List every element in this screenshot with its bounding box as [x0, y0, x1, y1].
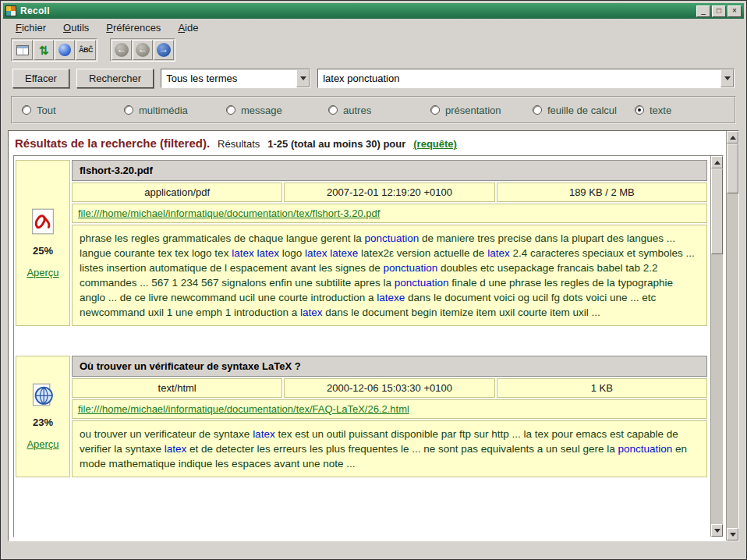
- result-mime: application/pdf: [72, 183, 282, 202]
- scroll-down-icon: [730, 533, 736, 537]
- search-sphere-button[interactable]: [55, 40, 75, 60]
- search-icon: [58, 44, 71, 56]
- menu-fichier[interactable]: Fichier: [8, 19, 54, 36]
- radio-icon: [226, 105, 235, 115]
- search-mode-select[interactable]: Tous les termes: [161, 69, 310, 88]
- result-url-link[interactable]: file:///home/michael/informatique/docume…: [78, 403, 409, 415]
- menu-aide-rest: ide: [185, 22, 198, 34]
- menu-aide[interactable]: Aide: [170, 19, 206, 36]
- results-count-prefix: Résultats: [218, 138, 260, 150]
- scroll-up-button[interactable]: [727, 131, 738, 144]
- scroll-up-icon: [730, 136, 736, 140]
- clear-result-table-button[interactable]: [12, 40, 33, 60]
- scrollbar-thumb[interactable]: [727, 144, 738, 193]
- result-meta-row: text/html 2000-12-06 15:03:30 +0100 1 KB: [72, 378, 707, 398]
- menu-outils-rest: utils: [71, 22, 89, 34]
- update-index-button[interactable]: ⇅: [34, 40, 54, 60]
- toolbar-group-main: ⇅ ÂBĈ: [11, 38, 97, 62]
- chevron-down-icon: [724, 76, 731, 80]
- arrow-right-icon: →: [157, 43, 171, 57]
- filter-label: Tout: [37, 105, 56, 116]
- scroll-down-button[interactable]: [727, 528, 738, 541]
- query-history-dropdown-button[interactable]: [720, 69, 734, 87]
- chevron-down-icon: [300, 76, 306, 80]
- scrollbar-thumb[interactable]: [711, 168, 723, 254]
- term-explorer-icon: ÂBĈ: [79, 46, 93, 54]
- update-index-icon: ⇅: [39, 44, 49, 56]
- status-bar: [3, 541, 744, 557]
- filter-label: présentation: [445, 105, 501, 116]
- result-url-row: file:///home/michael/informatique/docume…: [72, 204, 707, 223]
- filter-feuille-de-calcul[interactable]: feuille de calcul: [533, 105, 635, 116]
- results-list-scrollbar: [710, 156, 723, 537]
- results-list: 25% Aperçu flshort-3.20.pdf application/…: [13, 155, 724, 537]
- radio-icon: [328, 105, 338, 115]
- next-page-button[interactable]: →: [154, 40, 174, 60]
- search-button[interactable]: Rechercher: [76, 69, 154, 88]
- results-area: Résultats de la recherche (filtered). Ré…: [8, 130, 739, 541]
- result-snippet: phrase les regles grammaticales de chaqu…: [72, 225, 707, 326]
- minimize-button[interactable]: _: [696, 5, 710, 17]
- filter-label: multimédia: [139, 105, 188, 116]
- result-entry: 23% Aperçu Où trouver un vérificateur de…: [16, 356, 707, 477]
- filter-presentation[interactable]: présentation: [430, 105, 533, 116]
- titlebar[interactable]: Recoll _ □ ×: [3, 3, 744, 19]
- arrow-left-icon: ←: [115, 43, 129, 57]
- filter-multimedia[interactable]: multimédia: [124, 105, 226, 116]
- scrollbar-track[interactable]: [727, 144, 738, 528]
- menu-fichier-rest: ichier: [22, 22, 46, 34]
- first-page-button[interactable]: ←: [112, 40, 132, 60]
- results-title: Résultats de la recherche (filtered).: [15, 136, 210, 150]
- radio-icon: [22, 105, 31, 115]
- menu-outils[interactable]: Outils: [55, 19, 97, 36]
- maximize-button[interactable]: □: [712, 5, 726, 17]
- result-entry-detail: flshort-3.20.pdf application/pdf 2007-12…: [72, 160, 707, 326]
- scroll-down-button[interactable]: [711, 524, 723, 537]
- scrollbar-track[interactable]: [711, 168, 723, 524]
- results-entries: 25% Aperçu flshort-3.20.pdf application/…: [14, 156, 710, 537]
- menu-fichier-accel: F: [16, 22, 22, 34]
- search-row: Effacer Rechercher Tous les termes: [3, 63, 744, 90]
- result-size: 1 KB: [497, 378, 707, 398]
- radio-icon: [430, 105, 440, 115]
- search-mode-value: Tous les termes: [161, 69, 296, 87]
- category-filter-frame: Tout multimédia message autres présentat…: [11, 96, 736, 124]
- term-explorer-button[interactable]: ÂBĈ: [76, 40, 96, 60]
- query-details-link[interactable]: (requête): [413, 138, 457, 150]
- results-header: Résultats de la recherche (filtered). Ré…: [13, 133, 724, 155]
- relevance-percent: 23%: [33, 416, 53, 428]
- filter-label: texte: [650, 105, 671, 116]
- app-icon: [5, 5, 16, 16]
- arrow-left-icon: ←: [136, 43, 150, 57]
- menu-preferences[interactable]: Préférences: [98, 19, 168, 36]
- results-main: Résultats de la recherche (filtered). Ré…: [9, 131, 726, 541]
- search-mode-dropdown-button[interactable]: [296, 69, 310, 87]
- filter-tout[interactable]: Tout: [22, 105, 124, 116]
- menu-aide-accel: A: [178, 22, 185, 34]
- clear-button[interactable]: Effacer: [12, 69, 69, 88]
- result-snippet: ou trouver un verificateur de syntaxe la…: [72, 420, 707, 477]
- preview-link[interactable]: Aperçu: [27, 267, 58, 278]
- results-count-range: 1-25 (total au moins 30) pour: [267, 138, 405, 150]
- recoll-window: Recoll _ □ × Fichier Outils Préférences …: [0, 0, 747, 560]
- result-url-link[interactable]: file:///home/michael/informatique/docume…: [78, 207, 380, 219]
- search-input[interactable]: [318, 69, 720, 87]
- result-table-icon: [16, 45, 29, 55]
- scroll-up-button[interactable]: [711, 156, 723, 168]
- filter-texte[interactable]: texte: [635, 105, 671, 116]
- close-button[interactable]: ×: [728, 5, 742, 17]
- result-meta-row: application/pdf 2007-12-01 12:19:20 +010…: [72, 183, 707, 202]
- filter-autres[interactable]: autres: [328, 105, 430, 116]
- menu-preferences-accel: P: [106, 22, 113, 34]
- filter-message[interactable]: message: [226, 105, 328, 116]
- preview-link[interactable]: Aperçu: [27, 438, 58, 450]
- result-title: flshort-3.20.pdf: [72, 160, 707, 181]
- result-size: 189 KB / 2 MB: [497, 183, 707, 202]
- menu-outils-accel: O: [63, 22, 71, 34]
- result-date: 2007-12-01 12:19:20 +0100: [284, 183, 494, 202]
- radio-icon: [533, 105, 542, 115]
- result-url-row: file:///home/michael/informatique/docume…: [72, 399, 707, 419]
- result-entry-sidebar: 25% Aperçu: [16, 160, 70, 326]
- prev-page-button[interactable]: ←: [133, 40, 153, 60]
- menu-preferences-rest: références: [113, 22, 161, 34]
